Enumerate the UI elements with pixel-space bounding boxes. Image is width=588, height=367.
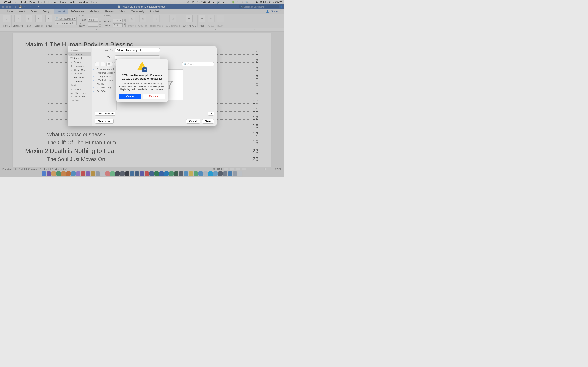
file-item[interactable]: ▫10 Ingredients	[92, 75, 116, 78]
replace-alert-dialog: !W "7MaximsManuscript.rtf" already exist…	[116, 58, 168, 102]
file-item[interactable]: ▫7 Laws of Yantrolo	[92, 67, 116, 71]
file-search-field[interactable]: 🔍 Search	[182, 62, 214, 66]
filename-field[interactable]: 7MaximsManuscript.rtf	[115, 48, 160, 52]
sidebar-item[interactable]: ▭On My Mac	[68, 68, 91, 72]
nav-forward-button[interactable]: ›	[101, 62, 105, 66]
sidebar-item[interactable]: ⬇Downloads	[68, 64, 91, 68]
sidebar-section-favorites: Favorites	[68, 48, 91, 52]
online-locations-button[interactable]: Online Locations	[95, 111, 115, 116]
sidebar-item[interactable]: ▭Desktop	[68, 60, 91, 64]
file-item[interactable]: ▫B12 cow dung	[92, 86, 116, 89]
file-item[interactable]: ▫189-blank…plate.	[92, 78, 116, 82]
sidebar-item[interactable]: ▭Desktop	[68, 87, 91, 91]
file-column[interactable]: ▫7 Laws of Yantrolo▫7 Maxims…Happin▫10 I…	[92, 67, 117, 110]
sidebar-item[interactable]: ⌂foodforlif…	[68, 72, 91, 75]
warning-icon: !W	[137, 62, 148, 72]
save-cancel-button[interactable]: Cancel	[186, 119, 200, 124]
new-folder-button[interactable]: New Folder	[95, 119, 113, 124]
alert-body: A file or folder with the same name alre…	[119, 82, 165, 91]
file-item[interactable]: ▫7 Maxims…Happin	[92, 71, 116, 75]
save-confirm-button[interactable]: Save	[202, 119, 214, 124]
sidebar-item[interactable]: ☁iCloud Dri…	[68, 91, 91, 95]
nav-back-button[interactable]: ‹	[95, 62, 99, 66]
view-mode-button[interactable]: ▥ ▾	[106, 62, 113, 66]
alert-title: "7MaximsManuscript.rtf" already exists. …	[119, 74, 165, 81]
sidebar-section-locations: Locations	[68, 99, 91, 102]
sidebar-item[interactable]: ⇩Dropbox	[68, 52, 91, 56]
tags-label: Tags:	[95, 56, 113, 59]
sidebar-section-icloud: iCloud	[68, 83, 91, 87]
sidebar-item[interactable]: ▭Creative…	[68, 79, 91, 83]
format-options-button[interactable]: ⚙	[208, 111, 214, 116]
file-item[interactable]: ▫AIMING	[92, 82, 116, 86]
sidebar-item[interactable]: ▭FFLG Am…	[68, 75, 91, 79]
sidebar-item[interactable]: ⒶApplicati…	[68, 56, 91, 60]
save-sidebar: Favorites ⇩DropboxⒶApplicati…▭Desktop⬇Do…	[68, 47, 92, 125]
alert-cancel-button[interactable]: Cancel	[119, 94, 141, 99]
alert-replace-button[interactable]: Replace	[143, 94, 165, 99]
saveas-label: Save As:	[95, 49, 113, 52]
file-item[interactable]: ▫BALBOA	[92, 89, 116, 93]
sidebar-item[interactable]: ▫Documents	[68, 95, 91, 99]
